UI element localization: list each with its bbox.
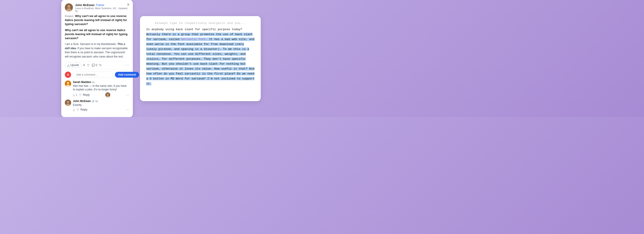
- answer-text-p1: I am a Scot. Sarcasm is in my bloodstrea…: [65, 42, 116, 46]
- author-name-row: John McEwan Follow: [75, 3, 129, 7]
- comment-avatar-john: [65, 100, 71, 106]
- comment-author-name: John McEwan: [73, 100, 91, 103]
- link-icon: 🔗: [92, 100, 94, 102]
- comment-count-number: 2: [96, 64, 98, 67]
- svg-point-7: [107, 94, 109, 95]
- author-meta: Lives in Bradford, West Yorkshire, UK · …: [75, 7, 129, 12]
- comment-author-row: Sarah Madden 4y: [73, 80, 129, 84]
- comment-user-small-avatar: [105, 92, 110, 97]
- sarcastic-font-link[interactable]: Sarcastic Font: [181, 38, 206, 41]
- comment-downvote[interactable]: ▽: [77, 108, 79, 111]
- body-after-link: . It has a bad web site, and even worse …: [146, 38, 254, 86]
- related-label: Related: [65, 15, 73, 18]
- answer-text: I am a Scot. Sarcasm is in my bloodstrea…: [65, 42, 129, 58]
- upvote-button[interactable]: △ Upvote: [65, 63, 82, 68]
- comment-icon: 💬: [92, 64, 95, 67]
- card-header: John McEwan Follow Lives in Bradford, We…: [65, 3, 129, 12]
- comment-reply-button[interactable]: Reply: [80, 108, 88, 111]
- comment-upvote[interactable]: △ 1: [73, 93, 77, 96]
- comment-text: Hee hee hee — In the same vein, if you h…: [73, 84, 129, 92]
- related-block: Related Why can't we all agree to use re…: [65, 14, 129, 26]
- comment-count[interactable]: 💬 2: [92, 64, 98, 67]
- current-user-initial: A: [67, 73, 69, 76]
- comment-input[interactable]: [73, 72, 113, 78]
- comment-item: Sarah Madden 4y Hee hee hee — In the sam…: [65, 80, 129, 98]
- comment-actions: △ 1 ▽ Reply ···: [73, 92, 129, 97]
- main-question: Why can't we all agree to use reverse it…: [65, 28, 129, 40]
- right-card: between type to respectively energetic a…: [140, 16, 261, 101]
- add-comment-button[interactable]: Add comment: [115, 72, 139, 78]
- left-card: John McEwan Follow Lives in Bradford, We…: [61, 0, 133, 117]
- svg-point-1: [68, 5, 70, 8]
- more-button[interactable]: ···: [125, 63, 129, 67]
- comment-author-name: Sarah Madden: [73, 80, 91, 84]
- svg-point-10: [67, 101, 69, 103]
- comment-more-button[interactable]: ···: [126, 108, 129, 112]
- downvote-button[interactable]: ▽: [86, 63, 90, 67]
- comment-upvote-count: 1: [76, 93, 77, 96]
- author-info: John McEwan Follow Lives in Bradford, We…: [75, 3, 129, 12]
- author-avatar: [65, 3, 73, 12]
- comment-avatar-sarah: [65, 80, 71, 87]
- comment-actions: △ ▽ Reply ···: [73, 108, 129, 112]
- upvote-label: Upvote: [70, 64, 79, 67]
- comment-upvote[interactable]: △: [73, 108, 75, 111]
- close-button[interactable]: ✕: [127, 3, 130, 6]
- comment-time: 4y: [92, 81, 95, 84]
- comment-input-row: A Add comment: [65, 72, 129, 78]
- comment-body-sarah: Sarah Madden 4y Hee hee hee — In the sam…: [73, 80, 129, 98]
- right-card-body: Is anybody using back slant for specific…: [146, 27, 254, 86]
- body-highlight: Actually there is a group that promotes …: [146, 33, 254, 86]
- body-pre-highlight: Is anybody using back slant for specific…: [146, 28, 242, 31]
- current-user-avatar: A: [65, 72, 71, 78]
- follow-button[interactable]: Follow: [96, 3, 104, 7]
- action-bar: △ Upvote 4 ▽ 💬 2 ↻ ···: [65, 61, 129, 69]
- comment-reply-button[interactable]: Reply: [83, 93, 90, 96]
- comment-time: 4y: [95, 100, 98, 102]
- upvote-icon: △: [67, 64, 70, 67]
- author-name: John McEwan: [75, 3, 94, 7]
- comment-body-john: John McEwan 🔗 4y Exactly. △ ▽ Reply ···: [73, 100, 129, 112]
- comment-item: John McEwan 🔗 4y Exactly. △ ▽ Reply ···: [65, 100, 129, 112]
- comment-text: Exactly.: [73, 103, 129, 107]
- comment-more-button[interactable]: ···: [126, 93, 129, 97]
- upvote-count: 4: [83, 64, 85, 67]
- share-button[interactable]: ↻: [99, 63, 102, 67]
- comment-author-row: John McEwan 🔗 4y: [73, 100, 129, 103]
- top-fade: [140, 16, 261, 23]
- related-question[interactable]: Why can't we all agree to use reverse it…: [65, 14, 127, 26]
- comment-downvote[interactable]: ▽: [79, 93, 81, 96]
- svg-point-4: [67, 82, 69, 84]
